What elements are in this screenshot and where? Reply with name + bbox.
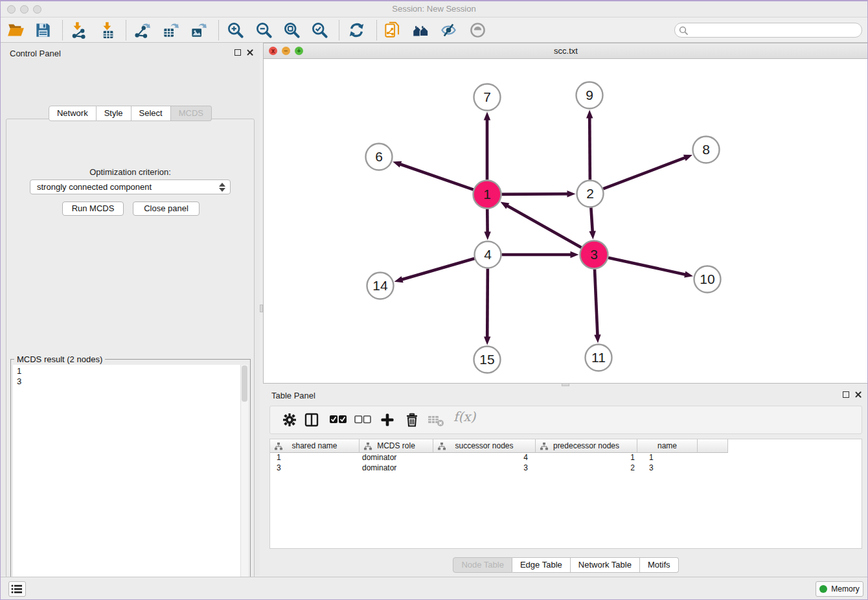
table-panel-close-icon[interactable] xyxy=(854,391,862,398)
graph-node-14[interactable]: 14 xyxy=(367,273,394,299)
control-panel-float-icon[interactable] xyxy=(234,49,241,56)
import-table-icon[interactable] xyxy=(99,21,117,39)
tab-style[interactable]: Style xyxy=(97,106,131,121)
search-input[interactable] xyxy=(691,24,858,36)
zoom-in-icon[interactable] xyxy=(227,21,244,39)
split-divider-handle[interactable] xyxy=(260,305,263,312)
show-all-networks-icon[interactable] xyxy=(412,21,429,39)
memory-button[interactable]: Memory xyxy=(816,581,863,597)
import-network-icon[interactable] xyxy=(69,21,87,39)
graph-edge-2-8[interactable] xyxy=(603,155,692,189)
column-header-label: successor nodes xyxy=(455,441,513,450)
criterion-select[interactable]: strongly connected component xyxy=(30,179,231,194)
show-hidden-icon[interactable] xyxy=(469,21,486,39)
table-cell[interactable]: 2 xyxy=(536,463,637,474)
tab-network[interactable]: Network xyxy=(49,106,97,121)
table-cell[interactable]: 4 xyxy=(433,453,536,463)
result-scrollbar[interactable] xyxy=(240,365,248,600)
node-label: 9 xyxy=(586,87,593,102)
hide-selected-icon[interactable] xyxy=(440,21,457,39)
graph-edge-2-3[interactable] xyxy=(589,207,595,239)
graph-edge-4-14[interactable] xyxy=(394,259,475,283)
tab-motifs[interactable]: Motifs xyxy=(640,557,679,573)
tab-select[interactable]: Select xyxy=(131,106,171,121)
run-mcds-button[interactable]: Run MCDS xyxy=(62,202,124,216)
graph-node-7[interactable]: 7 xyxy=(474,84,501,111)
table-row[interactable]: 3dominator323 xyxy=(270,463,698,474)
table-cell[interactable]: 3 xyxy=(270,463,360,474)
show-columns-icon[interactable] xyxy=(304,412,319,430)
copy-network-icon[interactable] xyxy=(383,21,401,39)
column-header-MCDS-role[interactable]: MCDS role xyxy=(360,439,433,453)
add-column-icon[interactable] xyxy=(380,412,395,430)
table-cell[interactable]: 3 xyxy=(433,463,536,474)
close-panel-button[interactable]: Close panel xyxy=(133,202,200,216)
tab-node-table[interactable]: Node Table xyxy=(453,557,512,573)
tab-network-table[interactable]: Network Table xyxy=(571,557,640,573)
unselect-all-icon[interactable] xyxy=(354,415,371,427)
graph-edge-1-7[interactable] xyxy=(484,112,490,180)
network-window-titlebar: x − + scc.txt xyxy=(264,43,868,59)
select-all-icon[interactable] xyxy=(330,415,347,427)
graph-node-8[interactable]: 8 xyxy=(693,137,720,163)
save-session-icon[interactable] xyxy=(34,21,52,39)
control-panel-close-icon[interactable] xyxy=(246,49,253,56)
arrowhead-icon xyxy=(484,231,490,240)
task-history-button[interactable] xyxy=(8,581,26,597)
table-cell[interactable]: 1 xyxy=(270,453,360,463)
delete-table-icon[interactable] xyxy=(428,415,444,430)
mcds-result-list[interactable]: 1 3 xyxy=(13,365,248,600)
graph-edge-1-2[interactable] xyxy=(501,190,575,197)
search-field[interactable] xyxy=(674,23,862,38)
export-network-icon[interactable] xyxy=(133,21,151,39)
graph-node-2[interactable]: 2 xyxy=(577,181,604,207)
graph-node-6[interactable]: 6 xyxy=(366,144,393,170)
network-canvas[interactable]: 7968124314101511 xyxy=(264,59,868,383)
graph-edge-1-4[interactable] xyxy=(484,209,490,240)
export-image-icon[interactable] xyxy=(190,21,207,39)
column-header-name[interactable]: name xyxy=(637,439,698,453)
mcds-result-line: 3 xyxy=(17,376,248,387)
graph-node-4[interactable]: 4 xyxy=(475,242,501,268)
column-header-shared-name[interactable]: shared name xyxy=(270,439,360,453)
graph-node-9[interactable]: 9 xyxy=(577,82,603,109)
node-label: 4 xyxy=(484,247,492,262)
table-settings-icon[interactable] xyxy=(282,412,297,430)
refresh-layout-icon[interactable] xyxy=(348,21,365,39)
graph-edge-3-10[interactable] xyxy=(608,258,693,278)
tab-mcds[interactable]: MCDS xyxy=(171,106,212,121)
table-row[interactable]: 1dominator411 xyxy=(270,453,698,463)
graph-edge-2-9[interactable] xyxy=(586,110,593,179)
graph-node-15[interactable]: 15 xyxy=(474,347,501,373)
column-header-filler xyxy=(698,439,728,453)
table-panel-float-icon[interactable] xyxy=(843,391,849,398)
graph-node-3[interactable]: 3 xyxy=(580,241,608,269)
graph-node-10[interactable]: 10 xyxy=(694,266,721,293)
table-cell[interactable]: dominator xyxy=(360,453,433,463)
table-cell[interactable]: dominator xyxy=(360,463,433,474)
memory-status-icon xyxy=(819,585,827,593)
table-cell[interactable]: 1 xyxy=(637,453,698,463)
table-cell[interactable]: 1 xyxy=(536,453,637,463)
network-graph[interactable]: 7968124314101511 xyxy=(264,59,868,383)
zoom-out-icon[interactable] xyxy=(255,21,273,39)
graph-edge-3-1[interactable] xyxy=(500,202,581,248)
graph-edge-4-3[interactable] xyxy=(502,251,579,258)
zoom-fit-icon[interactable] xyxy=(283,21,301,39)
graph-edge-3-11[interactable] xyxy=(594,269,600,343)
node-label: 6 xyxy=(375,149,383,164)
column-header-successor-nodes[interactable]: successor nodes xyxy=(433,439,536,453)
control-panel-tabs: Network Style Select MCDS xyxy=(1,106,260,121)
column-header-predecessor-nodes[interactable]: predecessor nodes xyxy=(536,439,637,453)
graph-node-11[interactable]: 11 xyxy=(586,345,612,371)
zoom-selected-icon[interactable] xyxy=(311,21,328,39)
table-cell[interactable]: 3 xyxy=(637,463,698,474)
tab-edge-table[interactable]: Edge Table xyxy=(512,557,571,573)
graph-node-1[interactable]: 1 xyxy=(474,181,501,209)
export-table-icon[interactable] xyxy=(162,21,179,39)
function-builder-icon[interactable]: f(x) xyxy=(453,409,475,424)
graph-edge-4-15[interactable] xyxy=(484,268,490,345)
delete-columns-icon[interactable] xyxy=(404,412,420,430)
open-session-icon[interactable] xyxy=(7,21,25,39)
graph-edge-1-6[interactable] xyxy=(393,161,473,190)
